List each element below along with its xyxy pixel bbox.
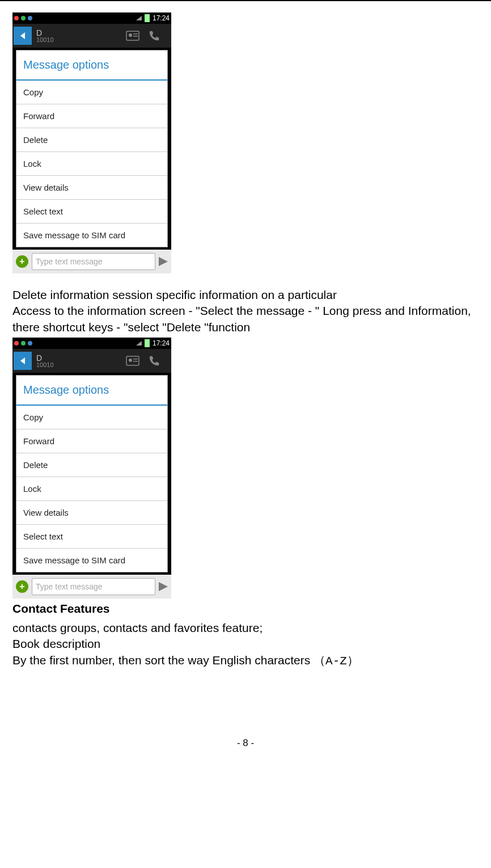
option-forward[interactable]: Forward (16, 429, 167, 453)
battery-icon (145, 14, 150, 22)
contact-card-button[interactable] (126, 356, 149, 366)
status-left-icons (14, 341, 133, 345)
option-lock[interactable]: Lock (16, 477, 167, 501)
option-save-to-sim[interactable]: Save message to SIM card (16, 224, 167, 247)
conversation-top-bar: D 10010 (12, 349, 171, 373)
option-view-details[interactable]: View details (16, 501, 167, 525)
status-dot-icon (21, 16, 26, 20)
status-dot-icon (14, 16, 19, 20)
signal-icon (136, 341, 142, 345)
screenshot-2: 17:24 D 10010 Message options Copy Forwa… (12, 338, 171, 599)
message-composer: + Type text message (12, 250, 171, 273)
option-copy[interactable]: Copy (16, 406, 167, 429)
text-line: Access to the information screen - "Sele… (12, 303, 479, 335)
add-attachment-button[interactable]: + (16, 580, 28, 593)
call-button[interactable] (149, 30, 171, 42)
option-view-details[interactable]: View details (16, 176, 167, 200)
contact-number: 10010 (36, 362, 126, 368)
text-line: By the first number, then sort the way E… (12, 652, 479, 669)
svg-rect-7 (133, 361, 138, 362)
page-number: - 8 - (12, 738, 479, 772)
contact-header[interactable]: D 10010 (32, 354, 126, 368)
phone-icon (149, 355, 161, 367)
status-time: 17:24 (153, 339, 170, 347)
option-select-text[interactable]: Select text (16, 200, 167, 224)
dialog-title: Message options (16, 50, 167, 81)
option-save-to-sim[interactable]: Save message to SIM card (16, 549, 167, 572)
option-forward[interactable]: Forward (16, 104, 167, 128)
option-delete[interactable]: Delete (16, 128, 167, 152)
contact-card-icon (126, 356, 139, 366)
text-span: By the first number, then sort the way E… (12, 654, 314, 667)
contact-name: D (36, 354, 126, 362)
message-options-dialog: Message options Copy Forward Delete Lock… (16, 375, 168, 572)
text-line: Book description (12, 636, 479, 652)
add-attachment-button[interactable]: + (16, 255, 28, 268)
option-delete[interactable]: Delete (16, 453, 167, 477)
status-bar: 17:24 (12, 12, 171, 24)
option-copy[interactable]: Copy (16, 81, 167, 104)
status-bar: 17:24 (12, 338, 171, 349)
text-line: contacts groups, contacts and favorites … (12, 620, 479, 636)
contact-card-icon (126, 31, 139, 41)
dialog-title: Message options (16, 376, 167, 406)
status-dot-icon (21, 341, 26, 345)
status-dot-icon (28, 16, 32, 20)
option-select-text[interactable]: Select text (16, 525, 167, 549)
message-input[interactable]: Type text message (32, 253, 155, 270)
message-options-dialog: Message options Copy Forward Delete Lock… (16, 50, 168, 247)
section-heading: Contact Features (12, 602, 479, 616)
contact-name: D (36, 29, 126, 37)
svg-point-5 (129, 359, 132, 362)
battery-icon (145, 339, 150, 347)
phone-icon (149, 30, 161, 42)
contact-card-button[interactable] (126, 31, 149, 41)
svg-point-1 (129, 33, 132, 37)
text-span-az: （A-Z） (314, 655, 359, 668)
signal-icon (136, 16, 142, 20)
send-icon[interactable] (159, 582, 168, 591)
status-time: 17:24 (153, 14, 170, 22)
body-paragraph: contacts groups, contacts and favorites … (12, 620, 479, 669)
back-arrow-icon (20, 32, 25, 39)
contact-header[interactable]: D 10010 (32, 29, 126, 43)
message-input[interactable]: Type text message (32, 578, 155, 595)
svg-rect-2 (133, 33, 138, 35)
svg-rect-3 (133, 36, 138, 37)
status-dot-icon (28, 341, 32, 345)
send-icon[interactable] (159, 257, 168, 266)
back-arrow-icon (20, 357, 25, 364)
contact-number: 10010 (36, 37, 126, 43)
status-dot-icon (14, 341, 19, 345)
message-composer: + Type text message (12, 575, 171, 599)
body-paragraph: Delete information session specific info… (12, 287, 479, 335)
call-button[interactable] (149, 355, 171, 367)
back-button[interactable] (14, 352, 32, 370)
back-button[interactable] (14, 27, 32, 45)
svg-rect-6 (133, 359, 138, 360)
option-lock[interactable]: Lock (16, 152, 167, 176)
text-line: Delete information session specific info… (12, 287, 479, 303)
status-left-icons (14, 16, 133, 20)
conversation-top-bar: D 10010 (12, 24, 171, 48)
screenshot-1: 17:24 D 10010 Message options Copy Forwa… (12, 12, 171, 273)
